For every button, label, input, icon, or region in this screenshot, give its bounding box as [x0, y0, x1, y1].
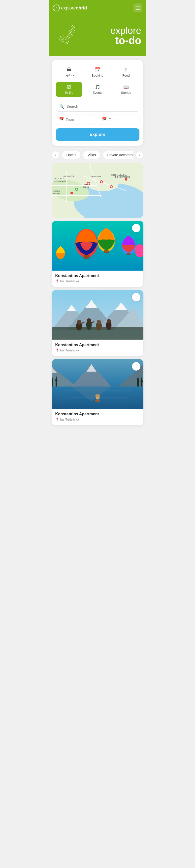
listing-card-2: ♡ Konstantins Apartment 📍 bul.Turisticka: [52, 290, 144, 356]
svg-point-70: [110, 186, 112, 188]
lake-scene: [52, 359, 144, 409]
tab-explore-label: Explore: [64, 73, 74, 77]
food-icon: 🍴: [123, 67, 129, 73]
stories-icon: 📖: [123, 84, 129, 90]
svg-point-25: [68, 34, 69, 35]
tab-booking[interactable]: 📅 Booking: [84, 65, 111, 80]
logo-text: exploreohrid: [61, 5, 87, 11]
svg-text:LESKA ЈАCA: LESKA ЈАCA: [54, 180, 66, 182]
listing-title-1: Konstantins Apartment: [55, 274, 140, 278]
listing-info-1: Konstantins Apartment 📍 bul.Turisticka: [52, 271, 144, 287]
svg-text:Охрид: Охрид: [83, 186, 88, 188]
hamburger-line1: [136, 6, 140, 6]
svg-point-44: [71, 26, 72, 27]
svg-point-31: [68, 41, 69, 42]
from-date-input[interactable]: 📅 From: [56, 114, 96, 125]
svg-point-23: [73, 29, 74, 30]
category-hotels[interactable]: Hotels: [62, 151, 81, 159]
svg-point-29: [66, 42, 67, 43]
listing-location-1: 📍 bul.Turisticka: [55, 279, 140, 283]
from-calendar-icon: 📅: [59, 117, 64, 122]
svg-point-37: [61, 37, 62, 37]
svg-point-6: [63, 38, 64, 39]
tab-booking-label: Booking: [92, 73, 104, 78]
svg-point-68: [101, 181, 102, 183]
location-text-1: bul.Turisticka: [60, 279, 79, 283]
listing-info-2: Konstantins Apartment 📍 bul.Turisticka: [52, 340, 144, 356]
category-scroll: ‹ Hotels Villas Private Accommodation ›: [49, 150, 146, 161]
hamburger-line3: [136, 9, 140, 10]
svg-point-106: [97, 320, 101, 324]
svg-rect-121: [137, 380, 139, 386]
date-row: 📅 From 📅 To: [56, 114, 140, 125]
svg-rect-55: [84, 198, 143, 218]
tab-explore[interactable]: 🏔 Explore: [56, 65, 82, 80]
explore-button[interactable]: Explore: [56, 128, 140, 141]
listing-title-3: Konstantins Apartment: [55, 412, 140, 416]
listing-image-2: ♡: [52, 290, 144, 340]
tab-events[interactable]: 🎵 Events: [84, 82, 111, 97]
svg-text:VOSKA: VOSKA: [53, 190, 60, 192]
scroll-prev-button[interactable]: ‹: [52, 151, 60, 159]
explore-icon: 🏔: [67, 67, 71, 72]
to-date-input[interactable]: 📅 To: [99, 114, 140, 125]
app-header: e exploreohrid: [49, 0, 146, 16]
search-icon: 🔍: [59, 104, 64, 109]
hero-line1: explore: [110, 26, 142, 35]
svg-point-12: [70, 37, 71, 37]
svg-text:KOSHNITSA: KOSHNITSA: [63, 175, 74, 177]
category-villas[interactable]: Villas: [83, 151, 101, 159]
svg-point-28: [65, 42, 65, 42]
tab-stories[interactable]: 📖 Stories: [113, 82, 140, 97]
hero-illustration: [51, 20, 84, 52]
category-private[interactable]: Private Accommodation: [103, 151, 133, 159]
tab-todo-label: To-Do: [65, 91, 73, 94]
svg-rect-89: [126, 253, 130, 255]
favorite-button-1[interactable]: ♡: [132, 224, 141, 232]
svg-point-36: [63, 36, 64, 36]
svg-rect-119: [55, 380, 57, 386]
svg-point-41: [72, 35, 73, 36]
scroll-next-button[interactable]: ›: [135, 151, 144, 159]
search-input[interactable]: [56, 101, 140, 112]
svg-point-48: [73, 32, 74, 33]
lake-svg: [52, 359, 144, 409]
svg-point-52: [59, 38, 60, 39]
listing-location-2: 📍 bul.Turisticka: [55, 348, 140, 352]
listing-image-1: ♡: [52, 221, 144, 271]
svg-point-50: [61, 41, 62, 42]
listing-info-3: Konstantins Apartment 📍 bul.Turisticka: [52, 409, 144, 425]
tab-food[interactable]: 🍴 Food: [113, 65, 140, 80]
pin-icon-3: 📍: [55, 417, 59, 421]
svg-point-43: [72, 25, 73, 26]
svg-point-66: [76, 188, 77, 190]
map-view: Ohrid Охрид LESKA ЈАCA ЛЕСКАJЦА VOSKA ВО…: [52, 163, 144, 218]
logo-icon: e: [53, 4, 60, 11]
svg-point-9: [67, 38, 68, 39]
svg-text:NEIGHBORHOOD: NEIGHBORHOOD: [114, 176, 130, 178]
svg-point-7: [70, 35, 71, 36]
tab-food-label: Food: [122, 73, 130, 78]
menu-button[interactable]: [133, 3, 143, 12]
svg-point-13: [71, 34, 72, 35]
horse-illustration: [51, 20, 84, 52]
hero-line2: to-do: [110, 35, 142, 46]
favorite-button-3[interactable]: ♡: [132, 362, 141, 371]
hero-text: explore to-do: [110, 26, 142, 46]
to-calendar-icon: 📅: [102, 117, 107, 122]
listing-card-3: ♡ Konstantins Apartment 📍 bul.Turisticka: [52, 359, 144, 425]
favorite-button-2[interactable]: ♡: [132, 293, 141, 302]
category-pills: Hotels Villas Private Accommodation: [62, 151, 133, 159]
svg-point-133: [96, 394, 99, 397]
tab-events-label: Events: [92, 91, 103, 94]
events-icon: 🎵: [95, 84, 100, 90]
to-label: To: [109, 118, 113, 122]
svg-point-39: [60, 36, 61, 37]
svg-point-35: [67, 43, 68, 44]
svg-point-5: [68, 36, 69, 36]
hamburger-line2: [136, 8, 140, 8]
tab-todo[interactable]: ☑ To-Do: [56, 82, 82, 97]
svg-point-8: [65, 39, 66, 40]
svg-point-131: [95, 399, 100, 402]
map-container[interactable]: Ohrid Охрид LESKA ЈАCA ЛЕСКАJЦА VOSKA ВО…: [52, 163, 144, 218]
